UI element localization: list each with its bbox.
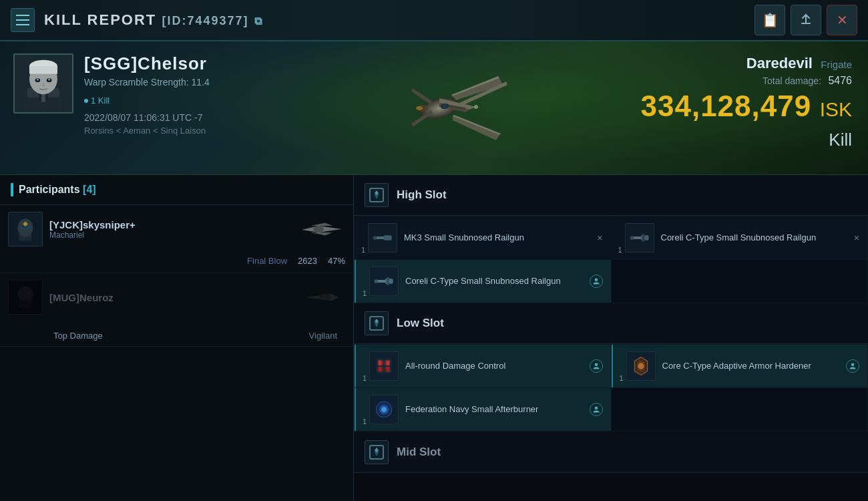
- mid-slot-header: Mid Slot: [354, 432, 868, 473]
- avatar: [13, 53, 73, 114]
- item-qty: 1: [618, 246, 622, 254]
- item-info: All-round Damage Control: [405, 361, 583, 372]
- participant-item[interactable]: [YJCK]skysniper+ Machariel Final Blow 26…: [0, 205, 353, 273]
- item-info: MK3 Small Snubnosed Railgun: [404, 232, 590, 244]
- participants-header: Participants [4]: [0, 175, 353, 205]
- item-icon: [626, 351, 656, 381]
- item-icon: [368, 223, 397, 253]
- item-card-highlighted[interactable]: 1 Core C-Type Adaptive Armor Hardener: [612, 345, 868, 387]
- item-qty: 1: [361, 246, 365, 254]
- copy-id-button[interactable]: ⧉: [254, 15, 263, 27]
- svg-point-57: [851, 363, 855, 367]
- high-slot-header: High Slot: [354, 175, 868, 216]
- item-close-icon[interactable]: ×: [597, 232, 602, 243]
- ship-image-area: [254, 41, 625, 174]
- item-icon: [369, 267, 399, 296]
- high-slot-title: High Slot: [397, 188, 447, 202]
- participant-info: [YJCK]skysniper+ Machariel: [49, 219, 136, 240]
- item-card-highlighted[interactable]: 1 Coreli C-Type Small Snubnosed Railgun: [355, 260, 611, 303]
- low-slot-icon: [365, 311, 389, 335]
- svg-point-56: [638, 363, 644, 369]
- item-close-icon[interactable]: ×: [854, 232, 859, 243]
- participants-title: Participants [4]: [19, 184, 96, 196]
- isk-label: ISK: [820, 98, 852, 120]
- participant-info-2: [MUG]Neuroz: [49, 292, 114, 303]
- item-name: Core C-Type Adaptive Armor Hardener: [662, 361, 840, 372]
- item-qty: 1: [363, 418, 367, 426]
- item-name: MK3 Small Snubnosed Railgun: [404, 232, 590, 244]
- participant-name: [MUG]Neuroz: [49, 292, 114, 303]
- title-bar: KILL REPORT [ID:7449377] ⧉ 📋 ✕: [0, 0, 868, 41]
- svg-point-43: [594, 279, 598, 282]
- menu-button[interactable]: [11, 8, 35, 32]
- svg-point-17: [474, 105, 478, 109]
- high-slot-icon: [365, 183, 389, 207]
- high-slot-items: 1 MK3 Small Snubnosed Railgun ×: [354, 216, 868, 303]
- person-icon: [590, 275, 603, 288]
- item-card-highlighted[interactable]: 1 All-rou: [355, 345, 611, 387]
- participant-ship: Machariel: [49, 230, 136, 240]
- high-slot-section: High Slot 1 MK3 Small Snub: [354, 175, 868, 303]
- participant-avatar: [8, 212, 43, 246]
- item-info: Core C-Type Adaptive Armor Hardener: [662, 361, 840, 372]
- mid-slot-title: Mid Slot: [397, 446, 441, 459]
- kill-count: 1 Kill: [84, 96, 210, 106]
- item-card[interactable]: 1 MK3 Small Snubnosed Railgun ×: [355, 216, 611, 259]
- item-card-empty: [612, 260, 868, 303]
- svg-rect-31: [384, 235, 391, 240]
- item-name: All-round Damage Control: [405, 361, 583, 372]
- person-icon: [590, 359, 603, 373]
- participant-avatar: [8, 280, 43, 315]
- close-button[interactable]: ✕: [827, 5, 857, 35]
- title-id: [ID:7449377]: [162, 14, 248, 27]
- svg-point-32: [373, 236, 377, 240]
- kill-header: [SGG]Chelsor Warp Scramble Strength: 11.…: [0, 41, 868, 175]
- kill-location: Rorsins < Aeman < Sinq Laison: [84, 126, 210, 136]
- participant-name: [YJCK]skysniper+: [49, 219, 136, 230]
- participant-2-ship: Vigilant: [309, 331, 337, 341]
- svg-point-62: [381, 407, 387, 412]
- item-name: Coreli C-Type Small Snubnosed Railgun: [405, 276, 583, 287]
- svg-rect-51: [381, 359, 387, 374]
- participant-ship-image-2: [298, 286, 345, 309]
- equipment-panel[interactable]: High Slot 1 MK3 Small Snub: [354, 175, 868, 501]
- item-name: Federation Navy Small Afterburner: [405, 404, 583, 415]
- participant-2-label: Top Damage: [53, 331, 103, 341]
- svg-point-11: [37, 79, 39, 81]
- pilot-details: [SGG]Chelsor Warp Scramble Strength: 11.…: [84, 53, 210, 136]
- svg-point-27: [318, 294, 332, 301]
- participant-item[interactable]: [MUG]Neuroz Top Damage Vigilant: [0, 273, 353, 347]
- title-main: KILL REPORT: [44, 11, 156, 28]
- pilot-info: [SGG]Chelsor Warp Scramble Strength: 11.…: [0, 41, 254, 174]
- item-icon: [625, 223, 654, 253]
- participant-ship-image: [298, 218, 345, 241]
- damage-label: Total damage:: [763, 75, 821, 86]
- avatar-placeholder-2: [9, 281, 42, 314]
- ship-name: Daredevil: [746, 55, 813, 71]
- participant-stats: Final Blow 2623 47%: [0, 253, 353, 273]
- isk-value: 334,128,479: [641, 90, 812, 122]
- item-name: Coreli C-Type Small Snubnosed Railgun: [661, 232, 847, 244]
- svg-point-36: [630, 236, 634, 240]
- header-accent-bar: [11, 183, 13, 196]
- svg-point-41: [375, 279, 379, 283]
- svg-point-64: [594, 407, 598, 410]
- clipboard-button[interactable]: 📋: [754, 5, 785, 35]
- report-title: KILL REPORT [ID:7449377] ⧉: [44, 11, 263, 29]
- svg-point-16: [416, 106, 423, 110]
- ship-info-right: Daredevil Frigate Total damage: 5476 334…: [625, 41, 869, 174]
- svg-rect-42: [387, 277, 389, 285]
- svg-rect-26: [19, 300, 31, 309]
- mid-slot-icon: [365, 440, 389, 464]
- item-qty: 1: [363, 374, 367, 382]
- low-slot-title: Low Slot: [397, 317, 444, 330]
- person-icon: [590, 403, 603, 416]
- item-info: Coreli C-Type Small Snubnosed Railgun: [661, 232, 847, 244]
- export-button[interactable]: [791, 5, 821, 35]
- item-card[interactable]: 1 Coreli C-Type Small Snubnosed Railgun: [612, 216, 868, 259]
- low-slot-items: 1 All-rou: [354, 344, 868, 432]
- item-info: Coreli C-Type Small Snubnosed Railgun: [405, 276, 583, 287]
- low-slot-header: Low Slot: [354, 303, 868, 344]
- pilot-name: [SGG]Chelsor: [84, 53, 210, 74]
- item-card-highlighted[interactable]: 1 Federat: [355, 388, 611, 431]
